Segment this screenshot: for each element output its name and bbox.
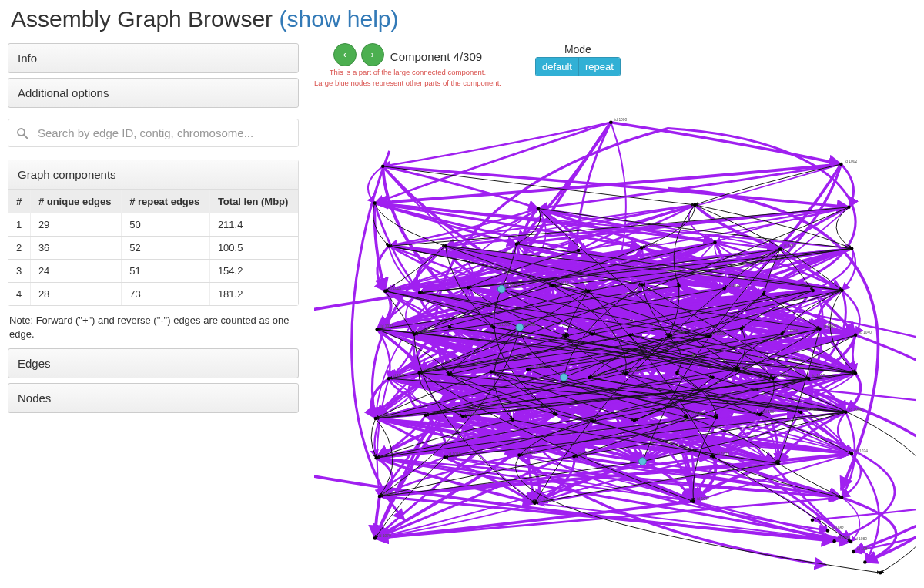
svg-point-60 xyxy=(387,377,390,380)
svg-point-132 xyxy=(879,571,882,574)
graph-components-table: # # unique edges # repeat edges Total le… xyxy=(8,190,298,305)
svg-point-8 xyxy=(537,207,540,210)
svg-point-56 xyxy=(818,327,821,330)
assembly-graph-canvas[interactable]: id 1000id 1002id 1011id 1013id 1015id 10… xyxy=(314,92,916,588)
svg-point-131 xyxy=(863,560,866,563)
svg-text:id 1038: id 1038 xyxy=(785,329,798,333)
svg-point-79 xyxy=(807,377,810,380)
col-num: # xyxy=(8,190,30,213)
svg-text:id 1036: id 1036 xyxy=(712,332,725,336)
search-icon xyxy=(16,127,28,139)
svg-point-42 xyxy=(492,325,495,328)
mode-label: Mode xyxy=(535,43,621,55)
svg-text:id 1042: id 1042 xyxy=(423,368,435,371)
prev-component-button[interactable]: ‹ xyxy=(333,43,357,66)
svg-text:id 1023: id 1023 xyxy=(728,284,741,287)
svg-text:id 1018: id 1018 xyxy=(505,284,517,288)
svg-point-64 xyxy=(447,372,450,375)
svg-point-30 xyxy=(640,283,643,286)
graph-topbar: ‹ › Component 4/309 This is a part of th… xyxy=(314,43,916,88)
svg-point-11 xyxy=(387,244,390,247)
svg-point-21 xyxy=(383,289,387,292)
svg-text:id 1084: id 1084 xyxy=(857,547,869,551)
svg-text:id 1051: id 1051 xyxy=(740,365,752,368)
svg-point-24 xyxy=(467,286,470,289)
svg-point-124 xyxy=(811,518,814,521)
svg-point-17 xyxy=(713,240,716,244)
table-row[interactable]: 3 24 51 154.2 xyxy=(8,260,298,283)
svg-point-120 xyxy=(373,536,377,539)
svg-point-10 xyxy=(847,205,850,208)
svg-point-12 xyxy=(444,244,447,247)
svg-text:id 1045: id 1045 xyxy=(531,365,544,368)
svg-point-93 xyxy=(715,415,718,418)
svg-line-1 xyxy=(24,135,28,139)
title-text: Assembly Graph Browser xyxy=(11,6,273,32)
svg-text:id 1072: id 1072 xyxy=(717,452,729,455)
svg-point-13 xyxy=(515,242,518,245)
edges-panel-label: Edges xyxy=(8,349,298,378)
svg-text:id 1076: id 1076 xyxy=(538,499,551,502)
svg-point-14 xyxy=(577,248,580,251)
svg-point-115 xyxy=(533,501,536,504)
show-help-link[interactable]: (show help) xyxy=(279,6,398,32)
svg-point-37 xyxy=(375,328,378,331)
svg-point-90 xyxy=(633,418,636,422)
svg-point-62 xyxy=(417,371,420,374)
svg-text:id 1047: id 1047 xyxy=(593,373,605,377)
graph-components-tablewrap[interactable]: # # unique edges # repeat edges Total le… xyxy=(8,190,298,305)
svg-point-111 xyxy=(850,452,853,455)
svg-point-15 xyxy=(640,246,643,249)
svg-text:id 1039: id 1039 xyxy=(823,324,835,328)
svg-text:id 1013: id 1013 xyxy=(784,244,796,248)
svg-text:id 1031: id 1031 xyxy=(524,322,536,326)
svg-point-122 xyxy=(849,539,852,543)
svg-point-65 xyxy=(490,370,493,373)
svg-point-27 xyxy=(551,284,554,287)
svg-text:id 1015: id 1015 xyxy=(389,286,401,290)
next-component-button[interactable]: › xyxy=(361,43,384,66)
svg-point-107 xyxy=(639,457,647,465)
svg-text:id 1052: id 1052 xyxy=(777,374,789,378)
svg-point-77 xyxy=(771,377,774,380)
mode-repeat-button[interactable]: repeat xyxy=(579,58,620,76)
svg-point-68 xyxy=(560,373,567,381)
svg-point-84 xyxy=(424,413,427,416)
svg-text:id 1048: id 1048 xyxy=(630,369,642,373)
svg-point-18 xyxy=(778,247,782,250)
table-row[interactable]: 1 29 50 211.4 xyxy=(8,213,298,237)
svg-point-103 xyxy=(517,453,521,456)
search-box[interactable] xyxy=(8,119,299,147)
svg-text:id 1068: id 1068 xyxy=(448,452,460,456)
component-indicator: Component 4/309 xyxy=(390,47,482,63)
svg-point-108 xyxy=(711,455,715,458)
graph-components-header[interactable]: Graph components xyxy=(8,160,298,190)
svg-point-96 xyxy=(799,410,802,413)
nodes-panel-label: Nodes xyxy=(8,384,298,412)
svg-text:id 1082: id 1082 xyxy=(832,526,844,529)
svg-point-75 xyxy=(735,368,738,371)
edges-panel-header[interactable]: Edges xyxy=(8,348,299,378)
search-input[interactable] xyxy=(36,126,290,140)
svg-text:id 1041: id 1041 xyxy=(393,374,405,378)
svg-text:id 1002: id 1002 xyxy=(845,160,857,163)
svg-text:id 1030: id 1030 xyxy=(497,323,510,327)
sidebar: Info Additional options Graph components… xyxy=(8,43,299,588)
svg-text:id 1011: id 1011 xyxy=(645,243,658,247)
nodes-panel-header[interactable]: Nodes xyxy=(8,383,299,413)
svg-point-48 xyxy=(628,333,631,336)
mode-default-button[interactable]: default xyxy=(536,58,579,76)
col-unique: # unique edges xyxy=(30,190,121,213)
svg-text:id 1065: id 1065 xyxy=(805,408,817,412)
svg-point-54 xyxy=(780,332,783,335)
info-panel-header[interactable]: Info xyxy=(8,43,299,73)
svg-point-53 xyxy=(740,327,743,330)
svg-point-25 xyxy=(497,285,505,293)
component-warning-2: Large blue nodes represent other parts o… xyxy=(314,79,501,88)
table-row[interactable]: 4 28 73 181.2 xyxy=(8,283,298,306)
svg-text:id 1019: id 1019 xyxy=(557,281,569,285)
additional-options-panel-header[interactable]: Additional options xyxy=(8,78,299,108)
svg-point-34 xyxy=(762,292,765,295)
table-row[interactable]: 2 36 52 100.5 xyxy=(8,237,298,260)
svg-point-51 xyxy=(707,334,710,338)
